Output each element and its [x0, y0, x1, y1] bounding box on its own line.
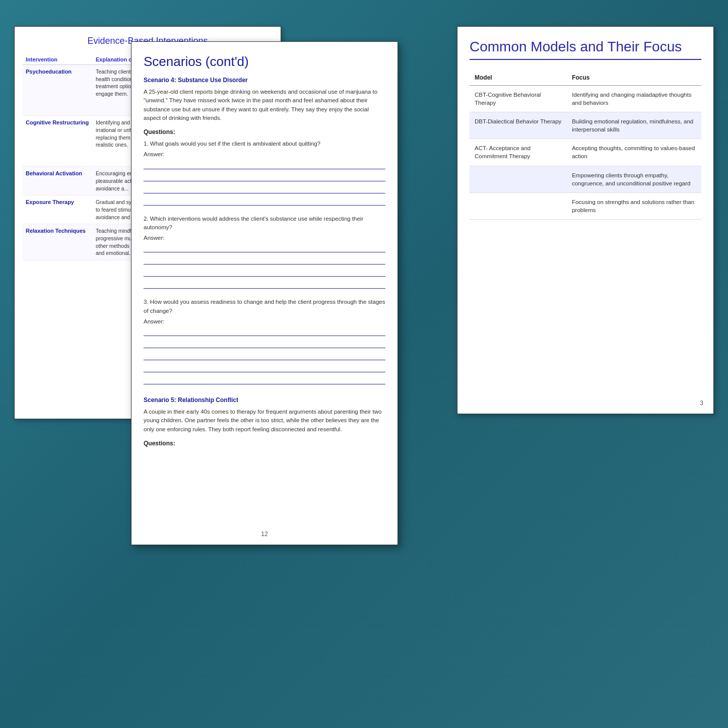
q1-text: What goals would you set if the client i…	[150, 141, 320, 147]
col-model: Model	[470, 70, 567, 86]
q1-answer-label: Answer:	[144, 151, 165, 157]
answer-line	[144, 244, 385, 252]
table-row: ACT- Acceptance and Commitment Therapy A…	[470, 139, 701, 166]
scenario5-questions-label: Questions:	[144, 440, 385, 447]
model-cell: ACT- Acceptance and Commitment Therapy	[470, 139, 567, 166]
question-1: 1. What goals would you set if the clien…	[144, 140, 385, 206]
intervention-name: Psychoeducation	[26, 69, 72, 75]
scenario5-heading: Scenario 5: Relationship Conflict	[144, 396, 385, 404]
answer-line	[144, 197, 385, 206]
scenario5-section: Scenario 5: Relationship Conflict A coup…	[144, 396, 385, 447]
answer-line	[144, 328, 385, 336]
q1-number: 1.	[144, 141, 149, 147]
answer-line	[144, 281, 385, 289]
answer-line	[144, 269, 385, 277]
answer-line	[144, 185, 385, 193]
page-common-models: Common Models and Their Focus Model Focu…	[457, 26, 714, 414]
col-focus: Focus	[567, 70, 701, 86]
q3-text: How would you assess readiness to change…	[144, 299, 385, 313]
table-row: DBT-Dialectical Behavior Therapy Buildin…	[470, 112, 701, 139]
model-cell: DBT-Dialectical Behavior Therapy	[470, 112, 567, 139]
model-cell	[470, 192, 567, 219]
model-cell	[470, 166, 567, 192]
answer-line	[144, 161, 385, 169]
answer-line	[144, 340, 385, 348]
focus-cell: Focusing on strengths and solutions rath…	[567, 192, 701, 219]
intervention-name: Cognitive Restructuring	[26, 119, 89, 125]
page3-divider	[470, 59, 701, 60]
answer-line	[144, 173, 385, 181]
question-3: 3. How would you assess readiness to cha…	[144, 298, 385, 384]
page2-title: Scenarios (cont'd)	[144, 54, 385, 70]
scenario5-text: A couple in their early 40s comes to the…	[144, 408, 385, 434]
q3-number: 3.	[144, 299, 149, 305]
answer-line	[144, 352, 385, 360]
q2-answer-lines	[144, 244, 385, 289]
focus-cell: Identifying and changing maladaptive tho…	[567, 86, 701, 112]
intervention-name: Behavioral Activation	[26, 170, 82, 176]
q2-answer-label: Answer:	[144, 235, 165, 241]
question-2: 2. Which interventions would address the…	[144, 215, 385, 289]
scenario4-heading: Scenario 4: Substance Use Disorder	[144, 77, 385, 84]
focus-cell: Empowering clients through empathy, cong…	[567, 166, 701, 192]
intervention-name: Relaxation Techniques	[26, 228, 86, 234]
page-scenarios: Scenarios (cont'd) Scenario 4: Substance…	[131, 41, 398, 545]
q3-answer-label: Answer:	[144, 318, 165, 324]
page2-page-number: 12	[261, 531, 268, 538]
model-cell: CBT-Cognitive Behavioral Therapy	[470, 86, 567, 112]
table-row: CBT-Cognitive Behavioral Therapy Identif…	[470, 86, 701, 112]
table-row: Focusing on strengths and solutions rath…	[470, 192, 701, 219]
focus-cell: Building emotional regulation, mindfulne…	[567, 112, 701, 139]
q3-answer-lines	[144, 328, 385, 384]
scenario4-text: A 25-year-old client reports binge drink…	[144, 88, 385, 122]
answer-line	[144, 376, 385, 384]
q2-text: Which interventions would address the cl…	[144, 216, 363, 230]
focus-cell: Accepting thoughts, committing to values…	[567, 139, 701, 166]
page3-page-number: 3	[700, 400, 703, 407]
answer-line	[144, 256, 385, 264]
scenario4-section: Scenario 4: Substance Use Disorder A 25-…	[144, 77, 385, 384]
col-intervention: Intervention	[23, 54, 93, 65]
scenario4-questions-label: Questions:	[144, 128, 385, 136]
intervention-name: Exposure Therapy	[26, 199, 74, 205]
q1-answer-lines	[144, 161, 385, 206]
page3-title: Common Models and Their Focus	[470, 39, 701, 55]
answer-line	[144, 364, 385, 372]
q2-number: 2.	[144, 216, 149, 222]
models-table: Model Focus CBT-Cognitive Behavioral The…	[470, 70, 701, 220]
table-row: Empowering clients through empathy, cong…	[470, 166, 701, 192]
